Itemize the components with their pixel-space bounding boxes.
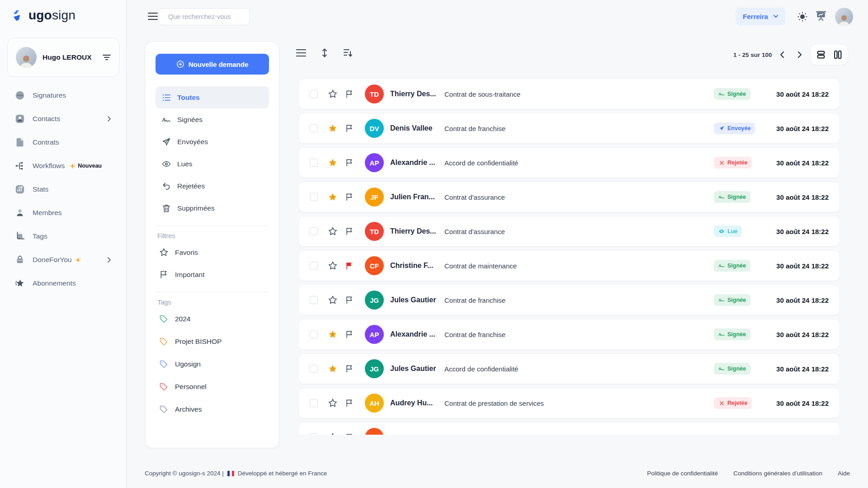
star-icon[interactable] — [328, 329, 338, 339]
filter-icon[interactable] — [103, 54, 111, 61]
tag-2024[interactable]: 2024 — [156, 308, 269, 330]
view-signees[interactable]: Signées — [156, 108, 269, 131]
row-checkbox[interactable] — [310, 433, 318, 435]
presentation-icon[interactable] — [814, 9, 828, 23]
view-rejetees[interactable]: Rejetées — [156, 175, 269, 197]
row-checkbox[interactable] — [310, 399, 318, 407]
star-icon[interactable] — [328, 364, 338, 374]
document-title: Contrat de franchise — [444, 296, 714, 304]
profile-avatar[interactable] — [835, 8, 853, 26]
row-checkbox[interactable] — [310, 227, 318, 235]
row-checkbox[interactable] — [310, 124, 318, 132]
document-row[interactable]: JG Jules Gautier Accord de confidentiali… — [298, 353, 840, 384]
document-row[interactable]: DV Denis Vallee Contrat de franchise Env… — [298, 113, 840, 144]
flag-icon[interactable] — [345, 433, 354, 435]
flag-icon[interactable] — [345, 192, 354, 202]
next-page-button[interactable] — [793, 48, 807, 61]
row-checkbox[interactable] — [310, 159, 318, 167]
sidebar-item-contacts[interactable]: Contacts — [0, 107, 127, 131]
flag-icon[interactable] — [345, 296, 354, 305]
row-checkbox[interactable] — [310, 330, 318, 338]
menu-toggle-icon[interactable] — [148, 12, 158, 20]
star-icon[interactable] — [328, 432, 338, 435]
footer: Copyright © ugosign-s 2024 | Développé e… — [127, 470, 868, 477]
star-icon[interactable] — [328, 226, 338, 236]
document-row[interactable]: TD Thierry Des... Contrat d'assurance Lu… — [298, 216, 840, 247]
flag-icon[interactable] — [345, 124, 354, 133]
document-row[interactable]: JG Jules Gautier Contrat de franchise Si… — [298, 285, 840, 315]
star-icon[interactable] — [328, 192, 338, 202]
filter-important[interactable]: Important — [156, 263, 269, 286]
document-row[interactable]: CF Christine F... Contrat de maintenance… — [298, 250, 840, 281]
help-link[interactable]: Aide — [838, 470, 850, 477]
star-icon[interactable] — [328, 158, 338, 168]
flag-icon[interactable] — [345, 364, 354, 373]
flag-icon[interactable] — [345, 399, 354, 408]
plus-circle-icon — [176, 60, 184, 68]
flag-icon[interactable] — [345, 158, 354, 167]
row-checkbox[interactable] — [310, 296, 318, 304]
document-row[interactable]: TD Thierry Des... Contrat de sous-traita… — [298, 79, 840, 109]
theme-toggle-icon[interactable] — [796, 10, 809, 23]
tag-projet-bishop[interactable]: Projet BISHOP — [156, 330, 269, 353]
document-title: Accord de confidentialité — [444, 159, 714, 167]
list-view-icon[interactable] — [295, 47, 307, 59]
france-flag-icon — [227, 471, 234, 476]
document-row[interactable]: AP Alexandrie ... Contrat de franchise S… — [298, 319, 840, 350]
star-icon[interactable] — [328, 295, 338, 305]
status-label: Signée — [727, 263, 746, 269]
star-icon[interactable] — [328, 89, 338, 99]
row-checkbox[interactable] — [310, 262, 318, 270]
expand-rows-icon[interactable] — [318, 47, 331, 59]
tag-personnel[interactable]: Personnel — [156, 375, 269, 398]
flag-icon[interactable] — [345, 227, 354, 236]
user-card[interactable]: Hugo LEROUX — [7, 38, 119, 77]
sidebar-item-membres[interactable]: Membres — [0, 201, 127, 225]
search-input[interactable] — [168, 13, 253, 20]
flag-icon[interactable] — [345, 330, 354, 339]
view-supprimees[interactable]: Supprimées — [156, 197, 269, 219]
tag-icon — [159, 314, 168, 324]
sort-icon[interactable] — [342, 47, 354, 59]
status-label: Signée — [727, 297, 746, 303]
filter-favoris[interactable]: Favoris — [156, 241, 269, 263]
view-lues[interactable]: Lues — [156, 153, 269, 175]
sidebar-item-tags[interactable]: Tags — [0, 225, 127, 248]
brand-logo[interactable]: ugosign — [10, 8, 75, 23]
sidebar-item-stats[interactable]: Stats — [0, 178, 127, 201]
sidebar-item-contrats[interactable]: Contrats — [0, 131, 127, 154]
flag-icon[interactable] — [345, 89, 354, 99]
tag-archives[interactable]: Archives — [156, 398, 269, 421]
document-row[interactable] — [298, 422, 840, 435]
new-request-button[interactable]: Nouvelle demande — [156, 54, 269, 75]
rows-view-icon[interactable] — [816, 50, 826, 60]
row-checkbox[interactable] — [310, 365, 318, 373]
sidebar-item-doneforyou[interactable]: DoneForYou — [0, 248, 127, 272]
view-envoyees[interactable]: Envoyées — [156, 131, 269, 153]
columns-view-icon[interactable] — [833, 50, 843, 60]
terms-link[interactable]: Conditions générales d'utilisation — [733, 470, 822, 477]
sidebar-item-abonnements[interactable]: Abonnements — [0, 272, 127, 295]
flag-icon[interactable] — [345, 261, 354, 270]
chevron-right-icon — [107, 257, 111, 263]
tag-ugosign[interactable]: Ugosign — [156, 353, 269, 375]
tag-icon — [159, 360, 168, 369]
sidebar-item-signatures[interactable]: Signatures — [0, 84, 127, 107]
star-icon — [159, 248, 169, 257]
contracts-icon — [15, 137, 25, 147]
privacy-link[interactable]: Politique de confidentialité — [647, 470, 718, 477]
star-icon[interactable] — [328, 261, 338, 271]
star-icon[interactable] — [328, 123, 338, 133]
view-toutes[interactable]: Toutes — [156, 86, 269, 108]
row-checkbox[interactable] — [310, 193, 318, 201]
document-date: 30 août 24 18:22 — [768, 159, 829, 167]
document-row[interactable]: JF Julien Fran... Contrat d'assurance Si… — [298, 182, 840, 212]
star-icon[interactable] — [328, 398, 338, 408]
prev-page-button[interactable] — [775, 48, 788, 61]
signatures-icon — [15, 90, 25, 100]
workspace-selector[interactable]: Ferreira — [736, 8, 785, 25]
row-checkbox[interactable] — [310, 90, 318, 98]
sidebar-item-workflows[interactable]: Workflows Nouveau — [0, 154, 127, 178]
document-row[interactable]: AP Alexandrie ... Accord de confidential… — [298, 147, 840, 178]
document-row[interactable]: AH Audrey Hu... Contrat de prestation de… — [298, 388, 840, 418]
